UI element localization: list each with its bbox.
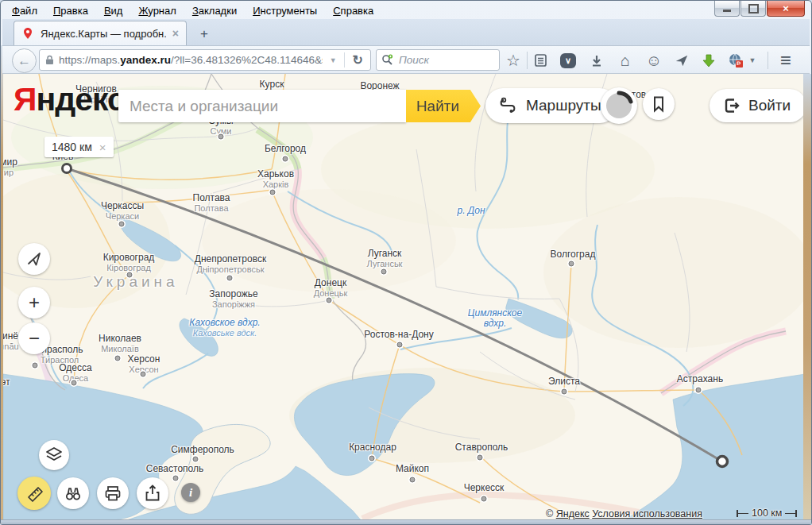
login-icon xyxy=(721,96,740,115)
menu-item[interactable]: Закладки xyxy=(184,3,245,18)
new-tab-button[interactable]: + xyxy=(193,25,215,43)
menu-bar: ФайлПравкаВидЖурналЗакладкиИнструментыСп… xyxy=(4,2,381,19)
copyright-owner-link[interactable]: Яндекс xyxy=(556,508,590,519)
url-separator xyxy=(344,52,345,68)
map-city-label: Украина xyxy=(93,276,178,287)
close-button[interactable]: × xyxy=(767,1,805,17)
map-city-label: Астрахань xyxy=(677,374,723,384)
map-city-dot xyxy=(410,477,416,483)
search-icon xyxy=(381,54,393,66)
map-search-panel[interactable] xyxy=(118,90,406,122)
menu-item[interactable]: Справка xyxy=(325,3,381,18)
map-city-dot xyxy=(173,476,179,481)
map-city-dot xyxy=(218,134,224,140)
map-city-dot xyxy=(327,298,332,303)
location-arrow-icon xyxy=(25,249,44,268)
yandex-logo[interactable]: Яндекс xyxy=(14,81,125,118)
extension-dropdown-icon[interactable]: ▼ xyxy=(746,48,759,72)
map-city-dot xyxy=(72,380,77,386)
reading-list-icon[interactable] xyxy=(528,48,553,72)
map-city-dot xyxy=(562,389,567,395)
layers-button[interactable] xyxy=(39,440,69,470)
home-icon[interactable]: ⌂ xyxy=(613,48,638,72)
zoom-in-button[interactable]: + xyxy=(18,287,50,318)
map-city-label: КировоградКіровоград xyxy=(103,253,155,273)
copyright-symbol: © xyxy=(546,508,553,519)
web-converter-globe-icon[interactable] xyxy=(723,48,748,72)
share-button[interactable] xyxy=(137,477,168,509)
map-canvas[interactable]: КиевЧерниговЧернігівКурскВоронежСумыСуми… xyxy=(3,74,805,522)
info-button[interactable]: i xyxy=(181,483,200,502)
hamburger-menu-icon[interactable]: ≡ xyxy=(773,48,798,72)
minimize-icon xyxy=(723,10,731,12)
map-attribution: © Яндекс Условия использования xyxy=(546,508,702,519)
ruler-tool-button[interactable] xyxy=(17,477,51,510)
map-city-label: Белгород xyxy=(265,144,306,154)
map-city-label: ПолтаваПолтава xyxy=(193,193,230,214)
bookmark-star-icon[interactable]: ☆ xyxy=(501,48,526,72)
url-bar[interactable]: https://maps.yandex.ru/?ll=36.481326%2C4… xyxy=(39,49,371,71)
map-city-label: НиколаевМиколаїв xyxy=(99,334,141,354)
scale-left-tick xyxy=(737,510,748,517)
downloads-icon[interactable] xyxy=(584,48,609,72)
map-city-dot xyxy=(127,272,133,278)
green-download-arrow-icon[interactable] xyxy=(696,48,721,72)
tab-close-icon[interactable]: × xyxy=(172,27,179,40)
browser-search-input[interactable] xyxy=(397,53,494,67)
lock-icon xyxy=(45,55,54,65)
map-city-label: ЗапорожьеЗапоріжжя xyxy=(209,289,257,310)
map-city-dot xyxy=(193,457,199,462)
window-frame-right xyxy=(803,74,811,524)
map-city-dot xyxy=(33,363,38,369)
map-city-label: Волгоград xyxy=(551,249,596,260)
map-city-dot xyxy=(478,455,483,461)
window-frame-left xyxy=(1,45,3,524)
map-labels: КиевЧерниговЧернігівКурскВоронежСумыСуми… xyxy=(3,74,805,522)
binoculars-icon xyxy=(63,483,83,504)
map-city-label: инёınău xyxy=(3,331,19,352)
feedback-smiley-icon[interactable]: ☺ xyxy=(641,48,667,72)
ruler-icon xyxy=(23,482,45,504)
terms-of-use-link[interactable]: Условия использования xyxy=(592,508,702,519)
minimize-button[interactable] xyxy=(714,1,740,17)
menu-item[interactable]: Правка xyxy=(45,3,96,18)
toolbar-separator-2 xyxy=(768,52,768,69)
map-search-input[interactable] xyxy=(118,90,406,122)
pocket-icon[interactable]: ∨ xyxy=(555,48,581,72)
back-button[interactable]: ← xyxy=(12,48,37,73)
map-city-dot xyxy=(141,372,146,377)
maximize-button[interactable] xyxy=(740,1,766,17)
menu-item[interactable]: Вид xyxy=(96,3,131,18)
distance-value: 1480 км xyxy=(52,141,92,153)
tab-favicon-pin-icon xyxy=(21,27,34,40)
map-city-dot xyxy=(369,456,375,461)
url-dropdown-icon[interactable]: ▼ xyxy=(327,56,339,64)
tab-bar: Яндекс.Карты — подробн... × + xyxy=(2,19,810,45)
zoom-out-button[interactable]: − xyxy=(18,322,50,354)
menu-item[interactable]: Журнал xyxy=(130,3,184,18)
bookmarks-button[interactable] xyxy=(643,88,675,120)
map-city-dot xyxy=(119,222,125,227)
menu-item[interactable]: Инструменты xyxy=(245,3,325,18)
login-button[interactable]: Войти xyxy=(710,89,806,122)
panorama-sphere-button[interactable] xyxy=(601,87,637,124)
geolocation-button[interactable] xyxy=(18,243,50,275)
binoculars-button[interactable] xyxy=(57,477,89,509)
menu-item[interactable]: Файл xyxy=(4,3,45,18)
map-city-label: эт xyxy=(3,377,10,388)
distance-badge-close-icon[interactable]: × xyxy=(99,141,106,154)
map-city-label: Элиста xyxy=(548,376,580,387)
map-city-dot xyxy=(227,276,233,281)
browser-search-box[interactable] xyxy=(376,49,500,71)
map-city-dot xyxy=(115,356,121,361)
find-button[interactable]: Найти xyxy=(406,90,481,122)
routes-button[interactable]: Маршруты xyxy=(485,88,617,123)
map-city-label: Севастополь xyxy=(146,464,203,474)
map-city-dot xyxy=(696,388,702,393)
send-plane-icon[interactable] xyxy=(669,48,694,72)
reload-button[interactable]: ↻ xyxy=(350,52,366,68)
map-city-label: ДонецкДонецьк xyxy=(314,278,348,299)
bookmark-icon xyxy=(648,94,669,114)
print-button[interactable] xyxy=(97,477,129,509)
tab-yandex-maps[interactable]: Яндекс.Карты — подробн... × xyxy=(14,21,187,45)
